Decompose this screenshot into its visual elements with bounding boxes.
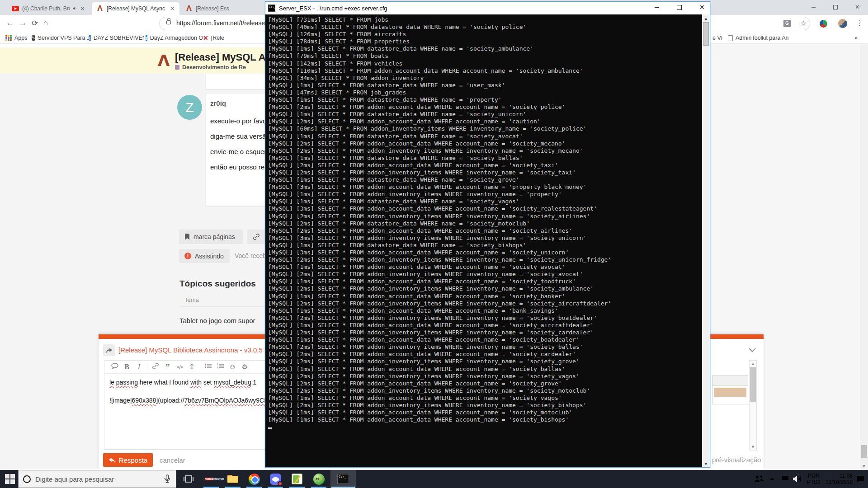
bookmark-servidor-vps[interactable]: ✎ Servidor VPS Para Jog	[32, 34, 90, 42]
bookmark-release[interactable]: ✕ [Rele	[203, 34, 264, 42]
editor-textarea[interactable]: le passing here what I found with set my…	[109, 379, 263, 404]
taskbar-discord[interactable]	[269, 473, 282, 485]
bookmark-star-icon[interactable]: ☆	[800, 19, 807, 28]
suggested-topic-link[interactable]: Tablet no jogo com supor	[179, 317, 265, 324]
topic-title[interactable]: [Release] MySQL Async Library	[175, 52, 265, 63]
emoji-icon[interactable]: ☺	[226, 363, 239, 371]
browser-menu-icon[interactable]: ⋮	[856, 19, 863, 27]
home-icon[interactable]: ⌂	[43, 19, 48, 28]
action-center-icon[interactable]	[856, 475, 865, 483]
taskbar-cmd[interactable]: C:\_	[337, 473, 349, 485]
taskbar-chrome[interactable]	[248, 473, 260, 485]
taskbar-heidisql[interactable]: HS	[312, 473, 325, 485]
tab-audio-icon[interactable]	[73, 5, 77, 11]
taskbar-explorer[interactable]	[226, 473, 239, 485]
scroll-up-icon[interactable]: ▲	[704, 16, 708, 21]
tab-youtube[interactable]: (4) Charlie Puth, Bruno Mars ✕	[7, 2, 90, 15]
tab-fivem-mysql[interactable]: Λ [Release] MySQL Async Library - ✕	[92, 2, 179, 15]
cmd-icon: C:\_	[268, 5, 275, 12]
console-log-line: [MySQL] [1ms] SELECT * FROM addon_accoun…	[268, 409, 700, 416]
browser-minimize-button[interactable]: ─	[811, 4, 816, 10]
comment-bubble-icon[interactable]	[108, 363, 121, 371]
people-icon[interactable]	[754, 475, 764, 483]
lock-icon[interactable]	[166, 20, 171, 24]
bookmark-dayz-armageddon[interactable]: f DayZ Armageddon O	[146, 34, 203, 42]
heidisql-icon: HS	[313, 474, 325, 485]
apps-shortcut[interactable]: Apps	[5, 34, 28, 42]
topic-category[interactable]: Desenvolvimento de Re	[175, 64, 265, 71]
console-log-line: [MySQL] [110ms] SELECT * FROM addon_acco…	[268, 67, 700, 75]
browser-restore-button[interactable]	[833, 4, 838, 11]
volume-icon[interactable]	[792, 475, 802, 483]
console-close-button[interactable]: ✕	[699, 4, 705, 11]
console-log-line: [MySQL] [1ms] SELECT * FROM addon_invent…	[268, 191, 700, 198]
time: 11:08	[825, 473, 853, 479]
console-titlebar[interactable]: C:\_ Server_ESX - ..\run.cmd +exec serve…	[265, 2, 710, 14]
chrome-icon	[249, 474, 260, 485]
bookmark-topic-button[interactable]: marca páginas	[179, 230, 243, 244]
bookmark-admintoolkit[interactable]: AdminToolkit para An	[728, 34, 791, 42]
bookmarks-overflow[interactable]: »	[854, 34, 858, 42]
taskbar-notepadpp[interactable]	[291, 473, 303, 485]
clock[interactable]: 11:08 12/10/2018	[825, 473, 853, 485]
preview-toggle-link[interactable]: pré-visualização	[712, 456, 761, 464]
browser-profile-avatar[interactable]	[838, 19, 847, 28]
console-log-line: [MySQL] [2ms] SELECT * FROM addon_invent…	[268, 373, 700, 380]
scroll-down-icon[interactable]: ▼	[862, 464, 866, 469]
bookmark-label: Servidor VPS Para Jog	[38, 35, 90, 41]
bookmark-dayz-sobrevivente[interactable]: f DAYZ SOBREVIVENTE	[89, 34, 144, 42]
page-scrollbar[interactable]	[860, 44, 868, 470]
console-log-line: [MySQL] [2ms] SELECT * FROM addon_invent…	[268, 402, 700, 409]
console-output[interactable]: [MySQL] [731ms] SELECT * FROM jobs[MySQL…	[265, 14, 703, 467]
bullet-list-icon[interactable]	[202, 363, 214, 371]
tray-overflow-chevron-icon[interactable]	[769, 477, 776, 481]
console-maximize-button[interactable]	[677, 4, 682, 11]
translate-icon[interactable]: G	[783, 20, 791, 27]
tab-close-icon[interactable]: ✕	[80, 5, 85, 12]
reload-icon[interactable]: ⟳	[32, 19, 38, 28]
code-icon[interactable]: </>	[174, 364, 186, 370]
console-log-line: [MySQL] [2ms] SELECT * FROM datastore_da…	[268, 220, 700, 227]
console-scrollbar[interactable]	[702, 14, 710, 467]
scroll-down-icon[interactable]: ▼	[751, 445, 755, 449]
tab-close-icon[interactable]: ✕	[170, 5, 175, 12]
upload-icon[interactable]: ↥	[186, 362, 198, 371]
avatar[interactable]: Z	[177, 95, 202, 120]
microphone-icon[interactable]	[164, 474, 171, 483]
console-scroll-thumb[interactable]	[703, 22, 709, 46]
network-icon[interactable]	[779, 475, 789, 483]
italic-icon[interactable]: I	[133, 363, 145, 371]
forward-icon[interactable]: →	[19, 19, 27, 28]
taskbar-search[interactable]: Digite aqui para pesquisar	[18, 470, 176, 488]
gear-icon[interactable]: ⚙	[239, 363, 251, 371]
post-username[interactable]: zr0iq	[210, 99, 226, 107]
watching-button[interactable]: ! Assistindo	[179, 249, 230, 263]
cancel-reply-link[interactable]: cancelar	[160, 456, 185, 464]
start-button[interactable]	[5, 474, 15, 484]
bookmark-partial[interactable]: e Ví	[712, 34, 722, 42]
blockquote-icon[interactable]: ”	[161, 365, 174, 369]
page-scroll-thumb[interactable]	[861, 445, 867, 458]
console-minimize-button[interactable]: ─	[655, 4, 659, 11]
tab-fivem-ess[interactable]: Λ [Release] Ess	[181, 2, 265, 15]
numbered-list-icon[interactable]: 123	[214, 363, 226, 371]
scroll-up-icon[interactable]: ▲	[751, 361, 755, 366]
reply-submit-button[interactable]: Resposta	[103, 453, 153, 467]
idm-extension-icon[interactable]	[820, 20, 827, 28]
task-view-button[interactable]	[182, 473, 195, 485]
console-log-line: [MySQL] [79ms] SELECT * FROM boats	[268, 52, 700, 60]
scroll-down-icon[interactable]: ▼	[704, 462, 708, 466]
browser-close-button[interactable]: ✕	[855, 4, 860, 10]
cortana-icon	[23, 475, 31, 483]
language-indicator[interactable]: POR PTB2	[804, 473, 823, 485]
composer-topic-title-link[interactable]: [Release] MySQL Biblioteca Assíncrona - …	[118, 346, 265, 354]
hyperlink-icon[interactable]	[149, 362, 161, 371]
back-icon[interactable]: ←	[6, 19, 14, 28]
bold-icon[interactable]: B	[121, 363, 133, 371]
taskbar-voicemeeter[interactable]: VOICEMEETER	[205, 473, 217, 485]
console-title: Server_ESX - ..\run.cmd +exec server.cfg	[279, 5, 387, 12]
tab-title: (4) Charlie Puth, Bruno Mars	[22, 5, 70, 12]
preview-scroll-thumb[interactable]	[750, 367, 756, 402]
suggested-column-header[interactable]: Tema	[184, 296, 199, 303]
composer-collapse-icon[interactable]	[748, 347, 756, 352]
